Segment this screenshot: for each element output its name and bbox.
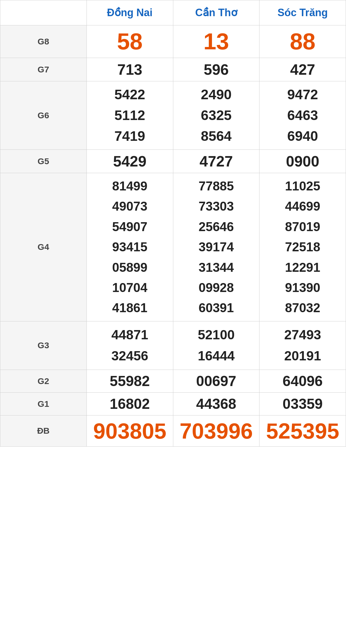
g3-dong-nai: 4487132456	[86, 321, 173, 370]
table-row-g8: G8 58 13 88	[0, 25, 346, 58]
header-dong-nai: Đồng Nai	[86, 0, 173, 25]
g2-soc-trang: 64096	[260, 370, 346, 392]
g8-soc-trang: 88	[260, 25, 346, 58]
g6-soc-trang: 947264636940	[260, 81, 346, 150]
table-row-g7: G7 713 596 427	[0, 58, 346, 81]
table-row-g3: G3 4487132456 5210016444 2749320191	[0, 321, 346, 370]
g3-soc-trang: 2749320191	[260, 321, 346, 370]
g5-soc-trang: 0900	[260, 150, 346, 173]
g4-dong-nai: 81499490735490793415058991070441861	[86, 173, 173, 321]
table-row-g1: G1 16802 44368 03359	[0, 392, 346, 415]
table-row-db: ĐB 903805 703996 525395	[0, 415, 346, 446]
table-row-g6: G6 542251127419 249063258564 94726463694…	[0, 81, 346, 150]
db-can-tho: 703996	[173, 415, 260, 446]
header-soc-trang: Sóc Trăng	[260, 0, 346, 25]
g2-can-tho: 00697	[173, 370, 260, 392]
g7-label: G7	[0, 58, 87, 81]
db-soc-trang: 525395	[260, 415, 346, 446]
g4-soc-trang: 11025446998701972518122919139087032	[260, 173, 346, 321]
g3-label: G3	[0, 321, 87, 370]
g4-label: G4	[0, 173, 87, 321]
g7-dong-nai: 713	[86, 58, 173, 81]
g1-can-tho: 44368	[173, 392, 260, 415]
db-dong-nai: 903805	[86, 415, 173, 446]
header-col0	[0, 0, 87, 25]
g1-dong-nai: 16802	[86, 392, 173, 415]
header-can-tho: Cần Thơ	[173, 0, 260, 25]
g8-label: G8	[0, 25, 87, 58]
g6-label: G6	[0, 81, 87, 150]
g7-soc-trang: 427	[260, 58, 346, 81]
table-row-g4: G4 81499490735490793415058991070441861 7…	[0, 173, 346, 321]
g1-soc-trang: 03359	[260, 392, 346, 415]
g8-can-tho: 13	[173, 25, 260, 58]
g2-label: G2	[0, 370, 87, 392]
g6-can-tho: 249063258564	[173, 81, 260, 150]
g5-label: G5	[0, 150, 87, 173]
table-row-g2: G2 55982 00697 64096	[0, 370, 346, 392]
table-row-g5: G5 5429 4727 0900	[0, 150, 346, 173]
g5-can-tho: 4727	[173, 150, 260, 173]
g5-dong-nai: 5429	[86, 150, 173, 173]
g8-dong-nai: 58	[86, 25, 173, 58]
db-label: ĐB	[0, 415, 87, 446]
g7-can-tho: 596	[173, 58, 260, 81]
g6-dong-nai: 542251127419	[86, 81, 173, 150]
g2-dong-nai: 55982	[86, 370, 173, 392]
g3-can-tho: 5210016444	[173, 321, 260, 370]
g4-can-tho: 77885733032564639174313440992860391	[173, 173, 260, 321]
g1-label: G1	[0, 392, 87, 415]
